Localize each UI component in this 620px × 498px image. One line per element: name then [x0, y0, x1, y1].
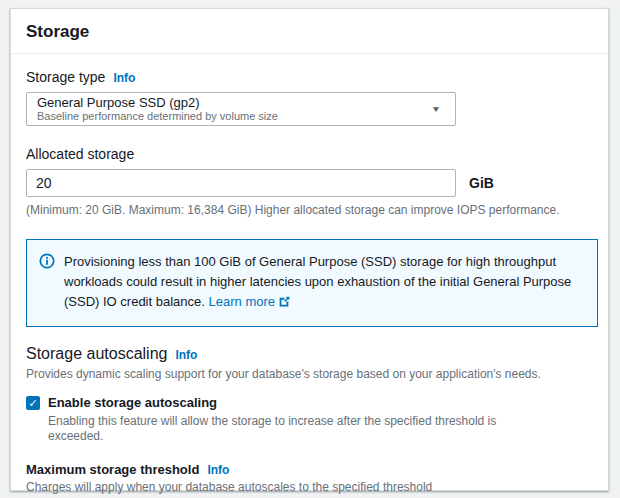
panel-title: Storage — [26, 22, 588, 42]
enable-autoscaling-checkbox[interactable]: ✓ — [26, 396, 40, 410]
enable-autoscaling-label[interactable]: Enable storage autoscaling — [48, 395, 548, 410]
info-icon — [39, 252, 55, 314]
max-threshold-label: Maximum storage threshold — [26, 462, 199, 477]
autoscaling-heading: Storage autoscaling — [26, 345, 167, 363]
storage-autoscaling-section: Storage autoscaling Info Provides dynami… — [26, 345, 593, 444]
enable-autoscaling-description: Enabling this feature will allow the sto… — [48, 414, 548, 444]
learn-more-link[interactable]: Learn more — [209, 294, 275, 309]
max-threshold-description: Charges will apply when your database au… — [26, 480, 593, 494]
allocated-storage-unit: GiB — [469, 175, 494, 191]
panel-header: Storage — [11, 9, 608, 54]
autoscaling-description: Provides dynamic scaling support for you… — [26, 367, 593, 381]
allocated-storage-field: Allocated storage GiB (Minimum: 20 GiB. … — [26, 146, 593, 217]
iops-info-alert: Provisioning less than 100 GiB of Genera… — [26, 239, 598, 327]
storage-type-selected-description: Baseline performance determined by volum… — [37, 110, 278, 123]
storage-type-field: Storage type Info General Purpose SSD (g… — [26, 69, 593, 126]
storage-type-info-link[interactable]: Info — [113, 71, 135, 85]
storage-type-selected-option: General Purpose SSD (gp2) — [37, 95, 278, 110]
allocated-storage-constraint: (Minimum: 20 GiB. Maximum: 16,384 GiB) H… — [26, 203, 593, 217]
storage-type-label: Storage type — [26, 69, 105, 85]
storage-type-select[interactable]: General Purpose SSD (gp2) Baseline perfo… — [26, 92, 456, 126]
alert-text: Provisioning less than 100 GiB of Genera… — [64, 254, 571, 309]
enable-autoscaling-row: ✓ Enable storage autoscaling Enabling th… — [26, 395, 593, 444]
storage-panel: Storage Storage type Info General Purpos… — [10, 8, 609, 491]
autoscaling-info-link[interactable]: Info — [175, 348, 197, 362]
max-threshold-info-link[interactable]: Info — [207, 463, 229, 477]
alert-message: Provisioning less than 100 GiB of Genera… — [64, 252, 583, 314]
allocated-storage-input[interactable] — [26, 169, 456, 197]
chevron-down-icon: ▼ — [431, 104, 441, 113]
panel-body: Storage type Info General Purpose SSD (g… — [11, 54, 608, 498]
allocated-storage-label: Allocated storage — [26, 146, 134, 162]
max-threshold-field: Maximum storage threshold Info Charges w… — [26, 462, 593, 498]
external-link-icon[interactable] — [278, 296, 291, 311]
